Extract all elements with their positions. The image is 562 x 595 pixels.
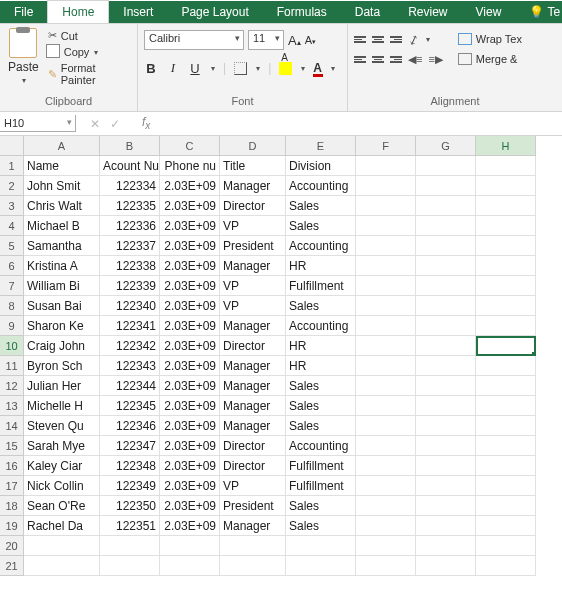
cell-C17[interactable]: 2.03E+09 [160, 476, 220, 496]
cell-G10[interactable] [416, 336, 476, 356]
cell-B12[interactable]: 122344 [100, 376, 160, 396]
cell-A8[interactable]: Susan Bai [24, 296, 100, 316]
cell-G5[interactable] [416, 236, 476, 256]
italic-button[interactable]: I [166, 60, 180, 76]
cell-C13[interactable]: 2.03E+09 [160, 396, 220, 416]
cell-A5[interactable]: Samantha [24, 236, 100, 256]
cell-D20[interactable] [220, 536, 286, 556]
cell-G21[interactable] [416, 556, 476, 576]
cell-B3[interactable]: 122335 [100, 196, 160, 216]
row-header-9[interactable]: 9 [0, 316, 24, 336]
cell-B19[interactable]: 122351 [100, 516, 160, 536]
row-header-17[interactable]: 17 [0, 476, 24, 496]
cell-H9[interactable] [476, 316, 536, 336]
cell-C12[interactable]: 2.03E+09 [160, 376, 220, 396]
cell-G11[interactable] [416, 356, 476, 376]
cell-A11[interactable]: Byron Sch [24, 356, 100, 376]
cell-G18[interactable] [416, 496, 476, 516]
cell-G2[interactable] [416, 176, 476, 196]
cell-F6[interactable] [356, 256, 416, 276]
cell-A2[interactable]: John Smit [24, 176, 100, 196]
increase-font-button[interactable]: A▴ [288, 33, 301, 48]
tab-te[interactable]: 💡 Te [515, 1, 562, 23]
cell-E1[interactable]: Division [286, 156, 356, 176]
col-header-B[interactable]: B [100, 136, 160, 156]
cell-F7[interactable] [356, 276, 416, 296]
col-header-E[interactable]: E [286, 136, 356, 156]
cell-E7[interactable]: Fulfillment [286, 276, 356, 296]
cell-H10[interactable] [476, 336, 536, 356]
tab-home[interactable]: Home [47, 0, 109, 23]
row-header-10[interactable]: 10 [0, 336, 24, 356]
cell-B1[interactable]: Acount Nu [100, 156, 160, 176]
cell-E18[interactable]: Sales [286, 496, 356, 516]
cell-C14[interactable]: 2.03E+09 [160, 416, 220, 436]
tab-file[interactable]: File [0, 1, 47, 23]
cell-H7[interactable] [476, 276, 536, 296]
cell-F9[interactable] [356, 316, 416, 336]
cell-D9[interactable]: Manager [220, 316, 286, 336]
cell-D4[interactable]: VP [220, 216, 286, 236]
row-header-15[interactable]: 15 [0, 436, 24, 456]
orientation-button[interactable]: ⤢ [406, 31, 421, 49]
cell-F5[interactable] [356, 236, 416, 256]
cell-H14[interactable] [476, 416, 536, 436]
cell-A12[interactable]: Julian Her [24, 376, 100, 396]
cell-B10[interactable]: 122342 [100, 336, 160, 356]
cell-A6[interactable]: Kristina A [24, 256, 100, 276]
tab-view[interactable]: View [462, 1, 516, 23]
cell-G9[interactable] [416, 316, 476, 336]
cell-H17[interactable] [476, 476, 536, 496]
cell-E19[interactable]: Sales [286, 516, 356, 536]
cell-D5[interactable]: President [220, 236, 286, 256]
cell-G8[interactable] [416, 296, 476, 316]
cell-H6[interactable] [476, 256, 536, 276]
cell-D2[interactable]: Manager [220, 176, 286, 196]
border-dropdown-icon[interactable]: ▾ [256, 64, 260, 73]
copy-button[interactable]: Copy▾ [45, 45, 131, 59]
row-header-5[interactable]: 5 [0, 236, 24, 256]
cell-B20[interactable] [100, 536, 160, 556]
cell-E2[interactable]: Accounting [286, 176, 356, 196]
cell-H2[interactable] [476, 176, 536, 196]
cell-E8[interactable]: Sales [286, 296, 356, 316]
align-left-button[interactable] [354, 56, 366, 63]
cell-E10[interactable]: HR [286, 336, 356, 356]
row-header-7[interactable]: 7 [0, 276, 24, 296]
cell-E17[interactable]: Fulfillment [286, 476, 356, 496]
underline-dropdown-icon[interactable]: ▾ [211, 64, 215, 73]
cell-F16[interactable] [356, 456, 416, 476]
cell-B8[interactable]: 122340 [100, 296, 160, 316]
cell-C20[interactable] [160, 536, 220, 556]
cell-D13[interactable]: Manager [220, 396, 286, 416]
cell-E13[interactable]: Sales [286, 396, 356, 416]
align-bottom-button[interactable] [390, 36, 402, 43]
cell-H21[interactable] [476, 556, 536, 576]
cell-F4[interactable] [356, 216, 416, 236]
cell-H19[interactable] [476, 516, 536, 536]
cell-F21[interactable] [356, 556, 416, 576]
cell-G1[interactable] [416, 156, 476, 176]
cell-F20[interactable] [356, 536, 416, 556]
col-header-H[interactable]: H [476, 136, 536, 156]
cell-H4[interactable] [476, 216, 536, 236]
cell-A15[interactable]: Sarah Mye [24, 436, 100, 456]
cell-A18[interactable]: Sean O'Re [24, 496, 100, 516]
cell-F10[interactable] [356, 336, 416, 356]
row-header-18[interactable]: 18 [0, 496, 24, 516]
cell-G20[interactable] [416, 536, 476, 556]
cell-C3[interactable]: 2.03E+09 [160, 196, 220, 216]
cell-G14[interactable] [416, 416, 476, 436]
row-header-12[interactable]: 12 [0, 376, 24, 396]
cell-A1[interactable]: Name [24, 156, 100, 176]
cell-B17[interactable]: 122349 [100, 476, 160, 496]
cell-D16[interactable]: Director [220, 456, 286, 476]
cell-E9[interactable]: Accounting [286, 316, 356, 336]
cell-C19[interactable]: 2.03E+09 [160, 516, 220, 536]
cell-H5[interactable] [476, 236, 536, 256]
col-header-G[interactable]: G [416, 136, 476, 156]
row-header-14[interactable]: 14 [0, 416, 24, 436]
cell-H8[interactable] [476, 296, 536, 316]
cell-A17[interactable]: Nick Collin [24, 476, 100, 496]
cell-B7[interactable]: 122339 [100, 276, 160, 296]
